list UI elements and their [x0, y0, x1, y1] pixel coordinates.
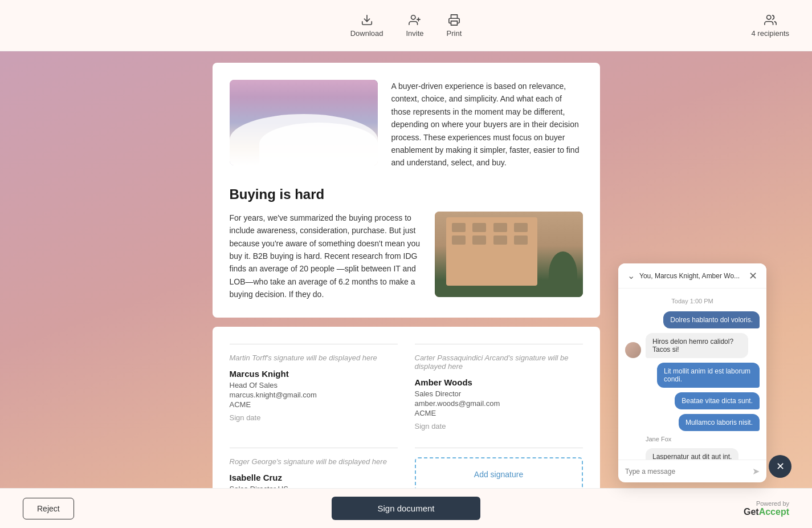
message-5: Mullamco laboris nisit. — [625, 414, 760, 431]
bubble-6: Laspernatur aut dit aut int. — [646, 448, 738, 460]
svg-point-1 — [411, 15, 415, 19]
section-title: Buying is hard — [230, 186, 583, 202]
bubble-2: Hiros delon hemro calidol? Tacos si! — [646, 333, 748, 358]
invite-button[interactable]: Invite — [406, 13, 424, 38]
sig1-role: Head Of Sales — [230, 381, 398, 389]
building-image — [435, 212, 583, 297]
sig2-date: Sign date — [415, 422, 583, 430]
intro-card: A buyer-driven experience is based on re… — [213, 63, 600, 318]
sig2-role: Sales Director — [415, 389, 583, 398]
cloud-shape-2 — [259, 123, 378, 165]
sig-block-2: Carter Passaquindici Arcand's signature … — [415, 344, 583, 430]
chat-body: Today 1:00 PM Dolres hablanto dol volori… — [618, 289, 766, 460]
window-5 — [452, 235, 466, 245]
cloud-image — [230, 80, 378, 165]
print-icon — [447, 13, 461, 27]
chat-header: ⌄ You, Marcus Knight, Amber Wo... ✕ — [618, 263, 766, 289]
cloud-visual — [230, 80, 378, 165]
tree-visual — [549, 251, 577, 297]
window-1 — [452, 223, 466, 232]
sender-name-jane: Jane Fox — [646, 436, 760, 442]
download-icon — [360, 13, 374, 27]
chat-input[interactable] — [625, 468, 748, 476]
window-8 — [514, 235, 528, 245]
chat-title: You, Marcus Knight, Amber Wo... — [639, 272, 740, 280]
invite-icon — [408, 13, 422, 27]
send-icon[interactable]: ➤ — [752, 466, 760, 477]
sig3-name: Isabelle Cruz — [230, 473, 398, 482]
toolbar: Download Invite Print — [0, 0, 812, 51]
section-text: For years, we've summarized the buying p… — [230, 212, 421, 301]
recipients-label: 4 recipients — [752, 29, 789, 38]
chat-header-left: ⌄ You, Marcus Knight, Amber Wo... — [627, 270, 740, 281]
building-windows — [452, 223, 532, 245]
chat-panel: ⌄ You, Marcus Knight, Amber Wo... ✕ Toda… — [618, 263, 766, 482]
document-area: A buyer-driven experience is based on re… — [213, 63, 600, 528]
building-visual — [435, 212, 583, 297]
powered-by-text: Powered by — [756, 500, 789, 507]
intro-top: A buyer-driven experience is based on re… — [230, 80, 583, 169]
sig1-company: ACME — [230, 400, 398, 409]
sig2-email: amber.woods@gmail.com — [415, 399, 583, 408]
chat-close-button[interactable]: ✕ — [749, 271, 757, 281]
intro-text: A buyer-driven experience is based on re… — [391, 80, 583, 169]
print-label: Print — [447, 29, 462, 38]
float-close-button[interactable]: ✕ — [769, 455, 791, 478]
jane-fox-label: Jane Fox — [625, 436, 760, 444]
invite-label: Invite — [406, 29, 424, 38]
chat-footer: ➤ — [618, 460, 766, 482]
toolbar-center: Download Invite Print — [350, 13, 462, 38]
sig2-company: ACME — [415, 409, 583, 417]
message-3: Lit mollit anim id est laborum condi. — [625, 363, 760, 388]
sig1-date: Sign date — [230, 413, 398, 422]
bottom-bar: Reject Sign document Powered by GetAccep… — [0, 488, 812, 528]
window-3 — [493, 223, 507, 232]
recipients-button[interactable]: 4 recipients — [752, 13, 789, 38]
add-signature-label: Add signature — [474, 470, 523, 479]
sign-document-button[interactable]: Sign document — [332, 497, 480, 520]
bubble-3: Lit mollit anim id est laborum condi. — [657, 363, 760, 388]
message-6: Laspernatur aut dit aut int. — [625, 448, 760, 460]
get-accept-logo: GetAccept — [744, 507, 789, 517]
sig3-placeholder: Roger George's signature will be display… — [230, 457, 398, 466]
recipients-icon — [764, 13, 777, 27]
message-4: Beatae vitae dicta sunt. — [625, 392, 760, 409]
sig1-email: marcus.knight@gmail.com — [230, 391, 398, 399]
window-7 — [493, 235, 507, 245]
chat-timestamp: Today 1:00 PM — [625, 298, 760, 304]
reject-button[interactable]: Reject — [23, 498, 74, 519]
download-button[interactable]: Download — [350, 13, 383, 38]
message-1: Dolres hablanto dol voloris. — [625, 311, 760, 328]
print-button[interactable]: Print — [447, 13, 462, 38]
powered-by: Powered by GetAccept — [744, 500, 789, 517]
sig2-name: Amber Woods — [415, 377, 583, 387]
download-label: Download — [350, 29, 383, 38]
message-2: Hiros delon hemro calidol? Tacos si! — [625, 333, 760, 358]
bubble-1: Dolres hablanto dol voloris. — [663, 311, 760, 328]
window-4 — [514, 223, 528, 232]
bubble-5: Mullamco laboris nisit. — [679, 414, 760, 431]
sig-block-1: Martin Torff's signature will be display… — [230, 344, 398, 430]
float-close-icon: ✕ — [776, 460, 785, 473]
avatar-2 — [625, 342, 641, 358]
sig1-name: Marcus Knight — [230, 369, 398, 379]
section-row: For years, we've summarized the buying p… — [230, 212, 583, 301]
svg-point-5 — [766, 15, 770, 19]
window-6 — [472, 235, 486, 245]
sig2-placeholder: Carter Passaquindici Arcand's signature … — [415, 354, 583, 371]
chat-collapse-icon[interactable]: ⌄ — [627, 270, 635, 281]
svg-rect-4 — [451, 21, 457, 25]
sig1-placeholder: Martin Torff's signature will be display… — [230, 354, 398, 362]
add-signature-button[interactable]: Add signature — [415, 457, 583, 492]
window-2 — [472, 223, 486, 232]
bubble-4: Beatae vitae dicta sunt. — [675, 392, 760, 409]
